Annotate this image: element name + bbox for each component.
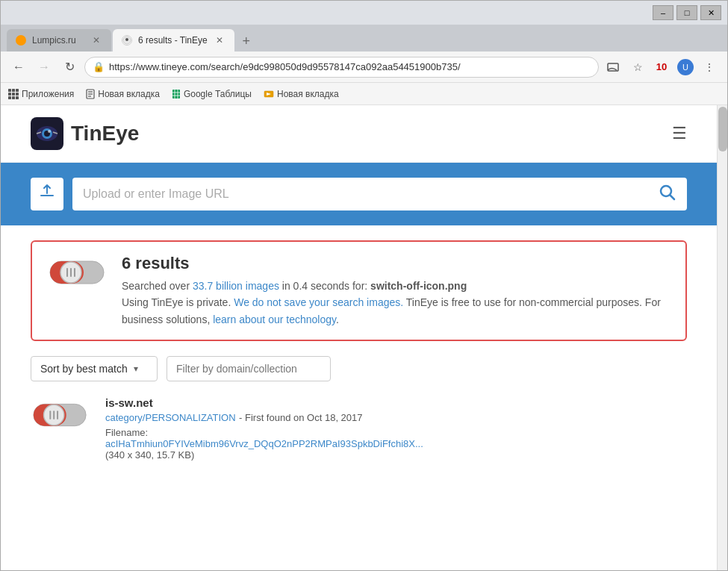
svg-rect-3 [8,89,11,92]
extension-icon[interactable]: 10 [651,57,672,78]
tab-label-lumpics: Lumpics.ru [32,35,76,46]
bookmark-new-tab-1[interactable]: Новая вкладка [86,89,160,99]
tab-tineye[interactable]: 6 results - TinEye ✕ [113,29,234,52]
results-count: 6 results [122,254,671,273]
bookmark-new-tab-2[interactable]: Новая вкладка [264,89,339,99]
svg-rect-16 [172,90,180,99]
search-input-container[interactable]: Upload or enter Image URL [72,178,687,210]
sort-label: Sort by best match [40,363,128,375]
svg-point-27 [48,130,51,133]
nav-icons-right: ☆ 10 U ⋮ [603,57,720,78]
nav-bar: ← → ↻ 🔒 https://www.tineye.com/search/e9… [1,52,727,83]
address-text: https://www.tineye.com/search/e9dc998050… [109,61,461,72]
bookmark-new-tab-1-label: Новая вкладка [98,89,160,99]
result-meta: (340 x 340, 15.7 KB) [105,449,687,461]
search-placeholder: Upload or enter Image URL [83,187,659,201]
page-area: TinEye ☰ Upload or enter Image URL [1,105,727,570]
hamburger-menu[interactable]: ☰ [672,124,687,143]
svg-rect-7 [12,93,15,96]
logo-text: TinEye [71,122,139,146]
site-header: TinEye ☰ [1,105,717,163]
apps-label: Приложения [22,89,74,99]
results-text: 6 results Searched over 33.7 billion ima… [122,254,671,328]
maximize-button[interactable]: □ [676,5,697,20]
browser-window: – □ ✕ Lumpics.ru ✕ 6 results - TinEye ✕ … [0,0,728,571]
minimize-button[interactable]: – [653,5,673,20]
forward-button[interactable]: → [34,57,55,78]
svg-line-32 [671,196,675,200]
result-category-row: category/PERSONALIZATION - First found o… [105,411,687,424]
result-domain: is-sw.net [105,396,687,409]
result-filename-label: Filename: [105,427,687,438]
svg-rect-6 [8,93,11,96]
address-bar[interactable]: 🔒 https://www.tineye.com/search/e9dc9980… [84,57,599,78]
profile-avatar[interactable]: U [675,57,696,78]
sort-filter-row: Sort by best match ▾ [31,356,687,381]
result-date: - First found on Oct 18, 2017 [239,412,362,423]
sort-dropdown[interactable]: Sort by best match ▾ [31,356,158,381]
upload-button[interactable] [31,178,63,210]
filter-input[interactable] [167,356,331,381]
search-button[interactable] [659,184,676,205]
svg-rect-4 [12,89,15,92]
sort-arrow-icon: ▾ [134,363,138,374]
svg-point-1 [125,38,128,41]
results-section: 6 results Searched over 33.7 billion ima… [1,225,717,490]
svg-rect-11 [16,96,19,99]
page-content: TinEye ☰ Upload or enter Image URL [1,105,717,570]
results-summary: Searched over 33.7 billion images in 0.4… [122,278,671,294]
bookmark-new-tab-2-label: Новая вкладка [277,89,339,99]
result-filename-link[interactable]: acIHaTmhiun0FYIVeMibm96Vrvz_DQqO2nPP2RMP… [105,438,687,449]
privacy-link[interactable]: We do not save your search images. [234,296,403,308]
back-button[interactable]: ← [8,57,29,78]
new-tab-button[interactable]: + [236,31,257,52]
bookmarks-bar: Приложения Новая вкладка Google Таблицы [1,83,727,105]
tab-favicon-tineye [122,35,132,46]
tab-favicon-lumpics [16,35,26,46]
scroll-thumb[interactable] [718,107,727,152]
bookmark-google-sheets-label: Google Таблицы [184,89,252,99]
bookmark-icon[interactable]: ☆ [627,57,648,78]
svg-rect-30 [40,195,54,196]
result-category[interactable]: category/PERSONALIZATION [105,412,236,423]
business-link[interactable]: learn about our technology [213,313,336,325]
site-logo: TinEye [31,117,139,150]
tineye-logo-icon [31,117,63,150]
apps-bookmark[interactable]: Приложения [8,89,74,99]
close-button[interactable]: ✕ [700,5,721,20]
svg-rect-8 [16,93,19,96]
svg-rect-5 [16,89,19,92]
tab-bar: Lumpics.ru ✕ 6 results - TinEye ✕ + [1,25,727,52]
menu-button[interactable]: ⋮ [699,57,720,78]
result-info: is-sw.net category/PERSONALIZATION - Fir… [105,396,687,461]
tab-lumpics[interactable]: Lumpics.ru ✕ [7,29,111,52]
scrollbar[interactable] [717,105,727,570]
tab-label-tineye: 6 results - TinEye [138,35,208,46]
window-controls: – □ ✕ [653,5,721,20]
search-section: Upload or enter Image URL [1,163,717,225]
results-privacy: Using TinEye is private. We do not save … [122,294,671,328]
billion-link[interactable]: 33.7 billion images [193,280,279,292]
results-summary-box: 6 results Searched over 33.7 billion ima… [31,240,687,341]
switch-icon [47,254,107,291]
result-thumb [31,396,90,434]
svg-rect-10 [12,96,15,99]
cast-icon[interactable] [603,57,624,78]
upload-icon [38,183,56,205]
refresh-button[interactable]: ↻ [59,57,80,78]
bookmark-google-sheets[interactable]: Google Таблицы [172,89,252,99]
svg-rect-9 [8,96,11,99]
title-bar: – □ ✕ [1,1,727,25]
result-item: is-sw.net category/PERSONALIZATION - Fir… [31,396,687,475]
tab-close-lumpics[interactable]: ✕ [90,34,102,46]
tab-close-tineye[interactable]: ✕ [214,34,225,46]
lock-icon: 🔒 [93,61,105,72]
